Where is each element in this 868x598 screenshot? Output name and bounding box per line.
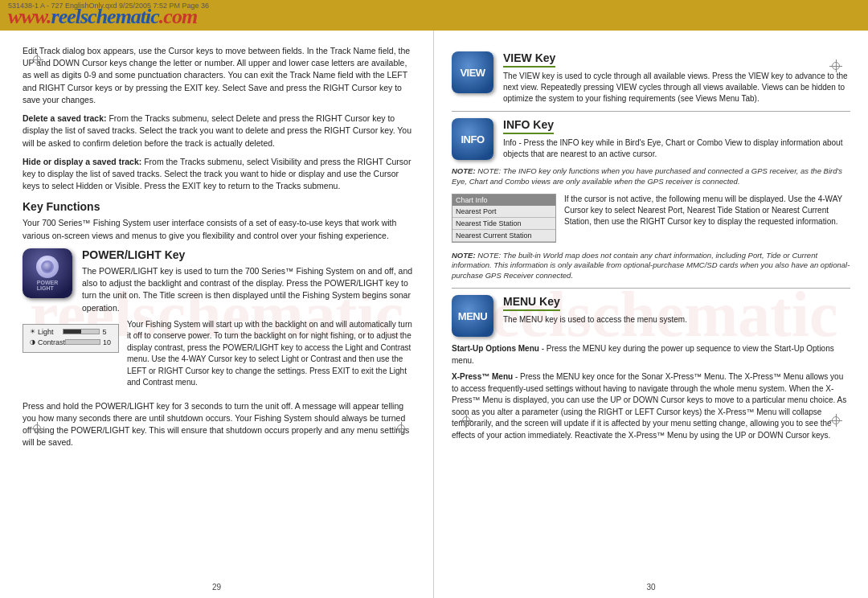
contrast-row: ◑ Contrast 10 [30, 338, 112, 346]
menu-key-content: MENU Key The MENU key is used to access … [503, 295, 687, 326]
xpress-text: - Press the MENU key once for the Sonar … [452, 372, 846, 440]
info-note2: NOTE: NOTE: The built-in World map does … [452, 251, 850, 281]
header-bar: 531438-1 A - 727 EnglishOnly.qxd 9/25/20… [0, 0, 868, 31]
info-body: If the cursor is not active, the followi… [564, 194, 850, 227]
contrast-bar [65, 339, 100, 345]
startup-label: Start-Up Options Menu [452, 344, 539, 353]
view-icon: VIEW [452, 51, 493, 93]
power-key-content: POWER/LIGHT Key The POWER/LIGHT key is u… [82, 248, 416, 314]
delete-track-label: Delete a saved track: [23, 113, 106, 123]
info-key-content: INFO Key Info - Press the INFO key while… [503, 118, 850, 160]
page-left: reelschematic Edit Track dialog box appe… [0, 31, 434, 598]
page-right: reelschematic VIEW VIEW Key The VIEW key… [434, 31, 868, 598]
info-key-heading: INFO Key [503, 118, 554, 134]
power-key-body: Your Fishing System will start up with t… [127, 319, 416, 389]
light-value: 5 [102, 328, 112, 336]
lc-panel-container: ☀ Light 5 ◑ Contrast [23, 319, 119, 358]
chart-row-2: Nearest Current Station [452, 230, 555, 242]
info-note: NOTE: NOTE: The INFO key only functions … [452, 166, 850, 187]
view-key-section: VIEW VIEW Key The VIEW key is used to cy… [452, 51, 850, 104]
contrast-value: 10 [103, 338, 112, 346]
xpress-label: X-Press™ Menu [452, 372, 513, 381]
chart-info-table-container: Chart Info Nearest Port Nearest Tide Sta… [452, 194, 564, 246]
view-key-content: VIEW Key The VIEW key is used to cycle t… [503, 51, 850, 104]
power-body-section: ☀ Light 5 ◑ Contrast [23, 319, 416, 395]
view-key-heading: VIEW Key [503, 51, 555, 68]
delete-track-text: Delete a saved track: From the Tracks su… [23, 113, 416, 150]
intro-text: Edit Track dialog box appears, use the C… [23, 45, 416, 106]
light-bar [63, 329, 100, 334]
crosshair-bottom-left [31, 422, 43, 435]
power-key-text: The POWER/LIGHT key is used to turn the … [82, 265, 416, 314]
hide-track-label: Hide or display a saved track: [23, 157, 141, 166]
contrast-icon-label: ◑ Contrast [30, 338, 65, 346]
crosshair-bottom-left-r [460, 414, 473, 427]
separator-2 [452, 288, 850, 289]
startup-section: Start-Up Options Menu - Press the MENU k… [452, 343, 850, 441]
light-icon-label: ☀ Light [30, 328, 63, 336]
power-key-heading: POWER/LIGHT Key [82, 248, 416, 261]
info-icon: INFO [452, 118, 493, 160]
menu-key-heading: MENU Key [503, 295, 560, 311]
chart-info-table: Chart Info Nearest Port Nearest Tide Sta… [452, 194, 556, 243]
chart-info-section: Chart Info Nearest Port Nearest Tide Sta… [452, 194, 850, 246]
key-functions-heading: Key Functions [23, 200, 416, 213]
chart-info-header: Chart Info [452, 195, 555, 206]
lc-panel: ☀ Light 5 ◑ Contrast [23, 324, 119, 353]
content-wrapper: reelschematic Edit Track dialog box appe… [0, 31, 868, 598]
menu-icon: MENU [452, 295, 493, 337]
info-key-text: Info - Press the INFO key while in Bird'… [503, 137, 850, 160]
crosshair-bottom-right-r [829, 414, 842, 427]
crosshair-top-right [829, 59, 842, 72]
crosshair-bottom-right [395, 422, 407, 435]
info-key-section: INFO INFO Key Info - Press the INFO key … [452, 118, 850, 160]
chart-row-1: Nearest Tide Station [452, 218, 555, 230]
power-circle-inner [41, 260, 54, 273]
light-bar-fill [63, 330, 81, 334]
crosshair-top-left [31, 53, 43, 66]
startup-paragraph: Start-Up Options Menu - Press the MENU k… [452, 343, 850, 367]
file-info: 531438-1 A - 727 EnglishOnly.qxd 9/25/20… [8, 2, 209, 10]
chart-row-0: Nearest Port [452, 206, 555, 218]
xpress-paragraph: X-Press™ Menu - Press the MENU key once … [452, 371, 850, 441]
menu-key-text: The MENU key is used to access the menu … [503, 314, 687, 326]
power-key-body2: Press and hold the POWER/LIGHT key for 3… [23, 400, 416, 449]
separator-1 [452, 111, 850, 112]
light-row: ☀ Light 5 [30, 328, 112, 336]
view-key-text: The VIEW key is used to cycle through al… [503, 71, 850, 104]
power-key-section: POWERLIGHT POWER/LIGHT Key The POWER/LIG… [23, 248, 416, 314]
power-icon: POWERLIGHT [23, 248, 72, 298]
power-circle [36, 256, 59, 278]
contrast-label-text: Contrast [38, 338, 65, 346]
hide-track-text: Hide or display a saved track: From the … [23, 156, 416, 193]
light-label-text: Light [38, 328, 54, 336]
menu-key-section: MENU MENU Key The MENU key is used to ac… [452, 295, 850, 337]
key-functions-intro: Your 700 Series™ Fishing System user int… [23, 217, 416, 241]
power-label: POWERLIGHT [37, 280, 58, 291]
page-number-right: 30 [434, 583, 868, 592]
page-number-left: 29 [0, 583, 433, 592]
